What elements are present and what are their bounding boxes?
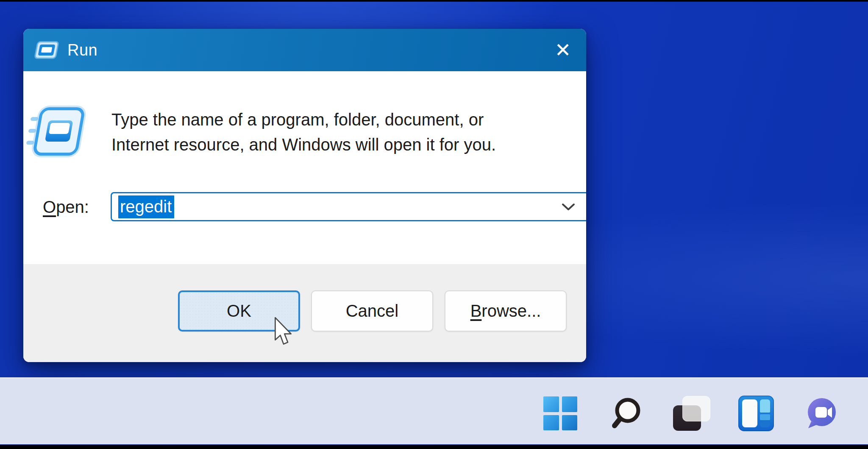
description-line1: Type the name of a program, folder, docu… bbox=[111, 107, 496, 132]
browse-button[interactable]: Browse... bbox=[445, 290, 567, 332]
letterbox-top bbox=[0, 0, 868, 2]
open-label: Open: bbox=[43, 198, 89, 217]
mouse-cursor-icon bbox=[273, 317, 293, 346]
widgets-button[interactable] bbox=[738, 396, 774, 431]
open-combobox[interactable]: regedit bbox=[111, 192, 586, 221]
browse-accelerator: B bbox=[470, 301, 482, 321]
letterbox-bottom bbox=[0, 445, 868, 449]
search-button[interactable] bbox=[608, 396, 643, 431]
widgets-icon bbox=[738, 396, 774, 431]
taskbar-icons bbox=[542, 378, 839, 445]
taskbar bbox=[0, 377, 868, 444]
start-button[interactable] bbox=[542, 396, 578, 431]
combobox-selected-text[interactable]: regedit bbox=[118, 195, 174, 218]
task-view-button[interactable] bbox=[673, 396, 709, 431]
run-dialog: Run ✕ Type the name of a program, folder… bbox=[23, 29, 586, 362]
chat-icon bbox=[804, 396, 839, 431]
search-icon bbox=[609, 397, 642, 430]
open-label-rest: pen: bbox=[56, 198, 89, 216]
chat-button[interactable] bbox=[804, 396, 839, 431]
run-app-icon bbox=[36, 110, 82, 153]
browse-rest: rowse... bbox=[481, 301, 541, 321]
desktop: Run ✕ Type the name of a program, folder… bbox=[0, 0, 868, 449]
dialog-body: Type the name of a program, folder, docu… bbox=[23, 71, 586, 264]
dialog-description: Type the name of a program, folder, docu… bbox=[111, 107, 496, 157]
close-icon[interactable]: ✕ bbox=[550, 37, 576, 63]
description-line2: Internet resource, and Windows will open… bbox=[111, 132, 496, 157]
chevron-down-icon[interactable] bbox=[556, 193, 580, 220]
cancel-button[interactable]: Cancel bbox=[311, 290, 433, 332]
dialog-titlebar: Run ✕ bbox=[23, 29, 586, 71]
open-label-accelerator: O bbox=[43, 198, 56, 216]
run-icon bbox=[36, 42, 58, 58]
windows-logo-icon bbox=[543, 396, 577, 430]
dialog-title: Run bbox=[67, 41, 97, 59]
dialog-footer: OK Cancel Browse... bbox=[23, 264, 586, 362]
task-view-icon bbox=[673, 396, 709, 431]
